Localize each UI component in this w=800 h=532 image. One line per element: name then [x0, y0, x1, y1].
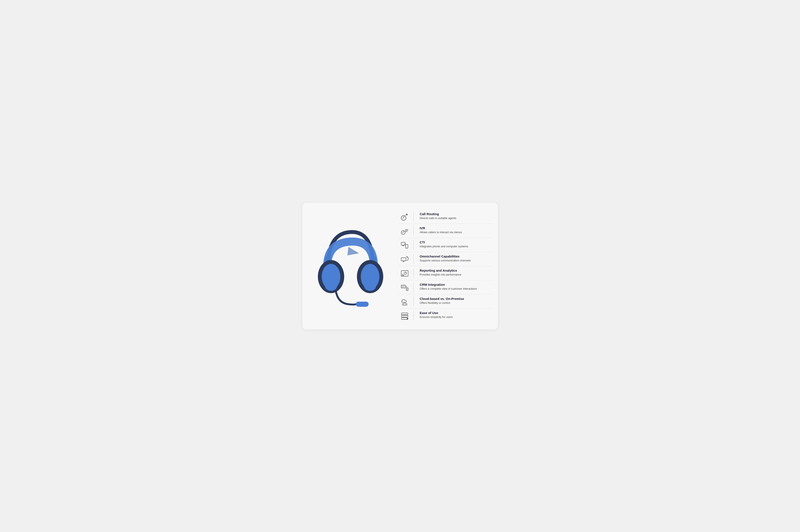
svg-point-8	[364, 281, 376, 291]
svg-point-10	[401, 215, 406, 220]
feature-cti: CTI Integrates phone and computer system…	[399, 238, 493, 252]
reporting-icon-wrap	[399, 268, 411, 278]
ivr-text: IVR Allows callers to interact via menus	[420, 226, 493, 234]
call-routing-icon	[400, 212, 409, 222]
feature-ivr: IVR Allows callers to interact via menus	[399, 224, 493, 238]
ivr-title: IVR	[420, 226, 493, 230]
cloud-desc: Offers flexibility or control	[420, 301, 493, 305]
call-routing-text: Call Routing Directs calls to suitable a…	[420, 212, 493, 220]
main-card: Call Routing Directs calls to suitable a…	[302, 203, 498, 329]
feature-crm: CRM Integration Offers a complete view o…	[399, 280, 493, 294]
feature-call-routing: Call Routing Directs calls to suitable a…	[399, 210, 493, 224]
cti-text: CTI Integrates phone and computer system…	[420, 240, 493, 249]
divider	[413, 254, 414, 264]
omnichannel-icon	[400, 255, 409, 264]
cti-title: CTI	[420, 240, 493, 245]
right-panel: Call Routing Directs calls to suitable a…	[396, 210, 493, 323]
divider	[413, 311, 414, 320]
svg-rect-9	[356, 302, 368, 307]
divider	[413, 226, 414, 235]
divider	[413, 212, 414, 222]
cti-icon	[400, 241, 409, 250]
ivr-icon-wrap	[399, 226, 411, 235]
ivr-icon	[400, 226, 409, 235]
cti-desc: Integrates phone and computer systems	[420, 245, 493, 249]
headset-illustration	[309, 220, 392, 312]
reporting-icon	[400, 269, 409, 278]
divider	[413, 268, 414, 278]
feature-omnichannel: Omnichannel Capabilities Supports variou…	[399, 252, 493, 266]
left-panel	[305, 210, 396, 323]
reporting-text: Reporting and Analytics Provides insight…	[420, 268, 493, 277]
svg-rect-42	[401, 313, 408, 315]
call-routing-desc: Directs calls to suitable agents	[420, 216, 493, 220]
ease-icon	[400, 311, 409, 320]
crm-desc: Offers a complete view of customer inter…	[420, 287, 493, 291]
ease-icon-wrap	[399, 311, 411, 320]
crm-icon-wrap	[399, 283, 411, 292]
omnichannel-desc: Supports various communication channels	[420, 259, 493, 263]
ease-text: Ease of Use Ensures simplicity for users	[420, 311, 493, 319]
reporting-desc: Provides insights into performance	[420, 273, 493, 277]
divider	[413, 240, 414, 250]
crm-icon	[400, 283, 409, 292]
divider	[413, 283, 414, 292]
svg-rect-32	[401, 285, 405, 288]
ease-desc: Ensures simplicity for users	[420, 315, 493, 319]
omnichannel-title: Omnichannel Capabilities	[420, 254, 493, 259]
feature-ease: Ease of Use Ensures simplicity for users	[399, 309, 493, 323]
reporting-title: Reporting and Analytics	[420, 268, 493, 273]
cloud-text: Cloud-based vs. On-Premise Offers flexib…	[420, 297, 493, 305]
cloud-icon-wrap	[399, 297, 411, 306]
omnichannel-text: Omnichannel Capabilities Supports variou…	[420, 254, 493, 263]
omnichannel-icon-wrap	[399, 254, 411, 264]
svg-point-5	[325, 281, 337, 291]
ivr-desc: Allows callers to interact via menus	[420, 231, 493, 234]
svg-point-45	[407, 318, 408, 320]
call-routing-icon-wrap	[399, 212, 411, 222]
divider	[413, 297, 414, 306]
crm-text: CRM Integration Offers a complete view o…	[420, 283, 493, 291]
svg-rect-36	[406, 288, 408, 290]
cloud-icon	[400, 297, 409, 306]
svg-point-15	[401, 231, 405, 234]
svg-rect-25	[401, 258, 406, 261]
svg-marker-2	[347, 247, 359, 255]
ease-title: Ease of Use	[420, 311, 493, 315]
feature-cloud: Cloud-based vs. On-Premise Offers flexib…	[399, 294, 493, 309]
cti-icon-wrap	[399, 240, 411, 250]
call-routing-title: Call Routing	[420, 212, 493, 216]
svg-rect-43	[401, 315, 408, 317]
feature-reporting: Reporting and Analytics Provides insight…	[399, 266, 493, 280]
cloud-title: Cloud-based vs. On-Premise	[420, 297, 493, 301]
crm-title: CRM Integration	[420, 283, 493, 287]
svg-rect-28	[401, 270, 408, 276]
